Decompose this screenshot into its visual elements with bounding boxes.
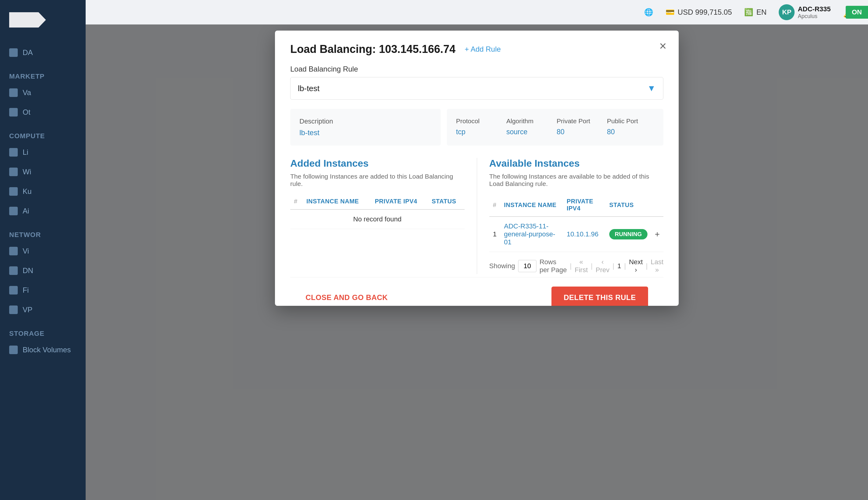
added-instances-desc: The following Instances are added to thi… xyxy=(290,173,465,188)
sidebar-section-label-network: NETWOR xyxy=(0,228,85,241)
va-icon xyxy=(9,88,18,97)
sidebar-item-vi[interactable]: Vi xyxy=(0,241,85,261)
add-instance-button[interactable]: + xyxy=(655,229,660,239)
table-row: 1 ADC-R335-11-general-purpose-01 10.10.1… xyxy=(489,216,664,252)
dashboard-icon xyxy=(9,48,18,57)
currency-icon: 💳 xyxy=(665,8,675,16)
sidebar-section-da: DA xyxy=(0,37,85,64)
rule-select[interactable]: lb-test ▼ xyxy=(290,77,663,100)
logo-shape xyxy=(9,12,46,27)
rows-per-page-input[interactable] xyxy=(518,260,536,272)
sidebar-item-ai[interactable]: Ai xyxy=(0,201,85,221)
language-item[interactable]: 🈯 EN xyxy=(744,8,766,16)
delete-rule-button[interactable]: DELETE THIS RULE xyxy=(551,286,648,306)
currency-value: USD 999,715.05 xyxy=(678,8,732,16)
sidebar-item-fi[interactable]: Fi xyxy=(0,281,85,300)
added-table-header-row: # INSTANCE NAME PRIVATE IPV4 STATUS xyxy=(290,194,465,209)
current-page: 1 xyxy=(617,262,621,270)
pagination: Showing Rows per Page | « First | ‹ Prev… xyxy=(489,258,664,274)
available-instances-title: Available Instances xyxy=(489,158,664,169)
first-page-button[interactable]: « First xyxy=(575,258,588,274)
sidebar-item-da[interactable]: DA xyxy=(0,43,85,62)
description-card: Description lb-test xyxy=(290,109,441,146)
rule-select-value: lb-test xyxy=(298,84,320,93)
fi-icon xyxy=(9,286,18,295)
public-port-value: 80 xyxy=(607,128,654,136)
rows-per-page-label: Rows per Page xyxy=(539,258,567,274)
instances-divider xyxy=(477,158,477,274)
vi-icon xyxy=(9,247,18,255)
added-instances-title: Added Instances xyxy=(290,158,465,169)
ot-icon xyxy=(9,108,18,116)
added-col-ipv4: PRIVATE IPV4 xyxy=(371,194,428,209)
added-col-status: STATUS xyxy=(428,194,465,209)
added-instances-table: # INSTANCE NAME PRIVATE IPV4 STATUS No r… xyxy=(290,194,465,229)
available-col-action xyxy=(651,194,663,216)
instance-ipv4-link[interactable]: 10.10.1.96 xyxy=(567,230,598,238)
sidebar-section-compute: COMPUTE Li Wi Ku Ai xyxy=(0,124,85,222)
currency-item: 💳 USD 999,715.05 xyxy=(665,8,732,16)
added-col-name: INSTANCE NAME xyxy=(303,194,371,209)
available-row-ipv4: 10.10.1.96 xyxy=(563,216,606,252)
li-icon xyxy=(9,148,18,157)
showing-label: Showing xyxy=(489,262,515,270)
dn-icon xyxy=(9,266,18,275)
globe-item[interactable]: 🌐 xyxy=(644,8,653,16)
sidebar-item-block-volumes[interactable]: Block Volumes xyxy=(0,340,85,360)
description-label: Description xyxy=(299,117,432,125)
sidebar-section-storage: STORAGE Block Volumes xyxy=(0,321,85,361)
algorithm-item: Algorithm source xyxy=(506,117,554,137)
sidebar-section-marketplace: MARKETP Va Ot xyxy=(0,64,85,124)
protocol-item: Protocol tcp xyxy=(456,117,503,137)
available-col-ipv4: PRIVATE IPV4 xyxy=(563,194,606,216)
sidebar-item-dn[interactable]: DN xyxy=(0,261,85,281)
private-port-item: Private Port 80 xyxy=(557,117,604,137)
modal-footer: CLOSE AND GO BACK DELETE THIS RULE xyxy=(290,277,663,306)
available-row-num: 1 xyxy=(489,216,500,252)
protocol-value: tcp xyxy=(456,128,503,136)
user-item: KP ADC-R335 Apculus xyxy=(779,4,831,20)
sidebar-item-ot[interactable]: Ot xyxy=(0,102,85,122)
available-row-status: RUNNING xyxy=(606,216,651,252)
logo xyxy=(0,0,85,37)
prev-page-button[interactable]: ‹ Prev xyxy=(596,258,609,274)
private-port-label: Private Port xyxy=(557,117,604,125)
added-no-record-row: No record found xyxy=(290,209,465,229)
sidebar-section-label-storage: STORAGE xyxy=(0,327,85,340)
public-port-item: Public Port 80 xyxy=(607,117,654,137)
status-badge: RUNNING xyxy=(609,229,648,239)
sidebar-section-network: NETWOR Vi DN Fi VP xyxy=(0,222,85,321)
on-badge: ON xyxy=(846,6,868,19)
added-col-hash: # xyxy=(290,194,303,209)
modal-title: Load Balancing: 103.145.166.74 xyxy=(290,43,455,56)
sidebar-item-vp[interactable]: VP xyxy=(0,300,85,320)
sidebar-item-li[interactable]: Li xyxy=(0,143,85,162)
last-page-button[interactable]: Last » xyxy=(651,258,663,274)
sidebar: DA MARKETP Va Ot COMPUTE Li Wi Ku Ai xyxy=(0,0,85,500)
ai-icon xyxy=(9,207,18,215)
chevron-down-icon: ▼ xyxy=(647,83,656,93)
algorithm-value: source xyxy=(506,128,554,136)
close-back-button[interactable]: CLOSE AND GO BACK xyxy=(306,293,388,302)
sidebar-item-va[interactable]: Va xyxy=(0,83,85,102)
globe-icon: 🌐 xyxy=(644,8,653,16)
sidebar-item-wi[interactable]: Wi xyxy=(0,162,85,182)
available-row-name: ADC-R335-11-general-purpose-01 xyxy=(500,216,563,252)
ku-icon xyxy=(9,187,18,196)
no-record-message: No record found xyxy=(290,209,465,229)
protocol-info-card: Protocol tcp Algorithm source Private Po… xyxy=(447,109,663,146)
available-col-status: STATUS xyxy=(606,194,651,216)
sidebar-item-ku[interactable]: Ku xyxy=(0,182,85,201)
language-value: EN xyxy=(756,8,766,16)
info-cards: Description lb-test Protocol tcp Algorit… xyxy=(290,109,663,146)
sidebar-section-label-marketplace: MARKETP xyxy=(0,70,85,83)
add-rule-button[interactable]: + Add Rule xyxy=(465,45,501,54)
next-page-button[interactable]: Next › xyxy=(629,258,643,274)
modal-body: Load Balancing Rule lb-test ▼ Descriptio… xyxy=(275,65,679,306)
modal-close-button[interactable]: × xyxy=(659,40,666,52)
instance-name-link[interactable]: ADC-R335-11-general-purpose-01 xyxy=(504,222,556,246)
instances-grid: Added Instances The following Instances … xyxy=(290,158,663,274)
available-instances-panel: Available Instances The following Instan… xyxy=(489,158,664,274)
public-port-label: Public Port xyxy=(607,117,654,125)
user-subtitle: Apculus xyxy=(798,13,831,20)
